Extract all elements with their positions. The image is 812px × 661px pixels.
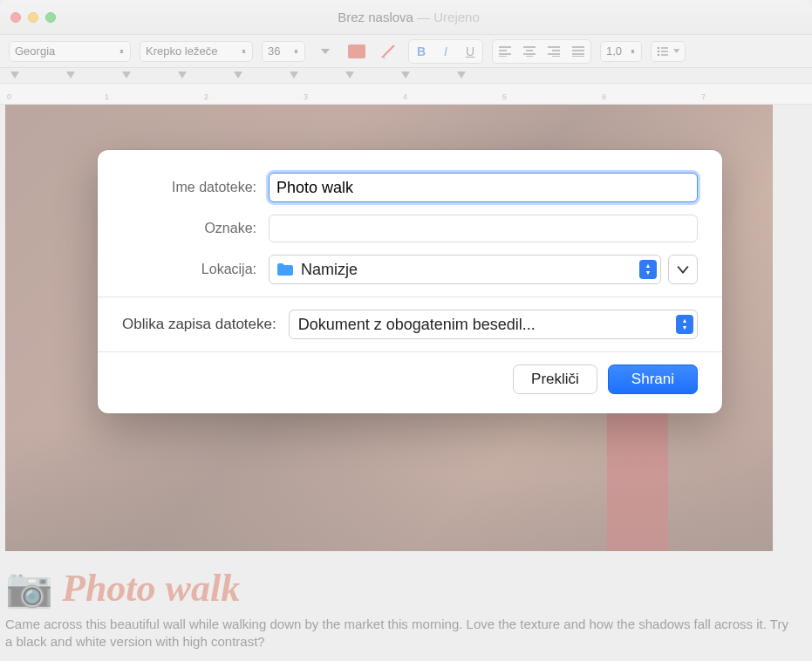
font-size-select[interactable]: 36: [262, 41, 305, 62]
filename-label: Ime datoteke:: [122, 180, 269, 195]
align-left-icon[interactable]: [494, 41, 516, 62]
tags-input[interactable]: [269, 215, 698, 242]
svg-point-0: [658, 46, 660, 49]
underline-button[interactable]: U: [459, 41, 481, 62]
ruler-number: 1: [105, 92, 109, 101]
document-heading[interactable]: Photo walk: [62, 566, 240, 610]
camera-icon: 📷: [5, 565, 53, 610]
location-label: Lokacija:: [122, 262, 269, 277]
ruler-number: 0: [7, 92, 11, 101]
close-window-icon[interactable]: [10, 12, 21, 23]
tab-stop-icon[interactable]: [234, 72, 242, 78]
svg-point-2: [658, 53, 660, 56]
tab-stop-icon[interactable]: [345, 72, 354, 78]
ruler[interactable]: 0 1 2 3 4 5 6 7: [0, 84, 812, 105]
font-family-select[interactable]: Georgia: [9, 41, 131, 62]
font-family-value: Georgia: [15, 44, 55, 58]
divider: [98, 296, 722, 297]
expand-location-button[interactable]: [668, 255, 698, 284]
align-center-icon[interactable]: [518, 41, 541, 62]
font-size-dropdown-icon[interactable]: [314, 41, 337, 62]
highlight-color-icon[interactable]: [377, 41, 399, 62]
font-style-select[interactable]: Krepko ležeče: [140, 41, 253, 62]
format-label: Oblika zapisa datoteke:: [122, 316, 289, 333]
tab-stop-icon[interactable]: [10, 72, 19, 78]
tab-stops-strip[interactable]: [0, 68, 812, 84]
text-style-group: B I U: [408, 39, 483, 64]
italic-button[interactable]: I: [434, 41, 457, 62]
tab-stop-icon[interactable]: [457, 72, 466, 78]
minimize-window-icon[interactable]: [28, 12, 38, 23]
line-spacing-value: 1,0: [606, 44, 622, 58]
font-size-value: 36: [268, 44, 280, 58]
folder-icon: [276, 262, 294, 276]
tags-label: Oznake:: [122, 221, 269, 236]
ruler-number: 4: [403, 92, 407, 101]
line-spacing-select[interactable]: 1,0: [600, 41, 642, 62]
tab-stop-icon[interactable]: [66, 72, 75, 78]
alignment-group: [492, 39, 591, 64]
maximize-window-icon[interactable]: [45, 12, 56, 23]
file-format-select[interactable]: Dokument z obogatenim besedil...: [289, 310, 698, 339]
window-controls: [10, 12, 56, 23]
tab-stop-icon[interactable]: [290, 72, 298, 78]
title-main: Brez naslova: [338, 10, 413, 24]
document-body-text[interactable]: Came across this beautiful wall while wa…: [5, 616, 795, 651]
font-style-value: Krepko ležeče: [146, 44, 217, 58]
svg-point-1: [658, 50, 660, 52]
tab-stop-icon[interactable]: [178, 72, 187, 78]
divider: [98, 351, 722, 352]
ruler-number: 5: [502, 92, 507, 101]
filename-input[interactable]: [269, 173, 698, 202]
chevron-updown-icon: [676, 315, 693, 334]
save-dialog: Ime datoteke: Oznake: Lokacija: Namizje …: [98, 150, 722, 413]
window-title: Brez naslova — Urejeno: [68, 10, 749, 24]
ruler-number: 2: [204, 92, 208, 101]
text-color-swatch[interactable]: [345, 41, 368, 62]
title-state: Urejeno: [433, 10, 480, 24]
location-value: Namizje: [301, 261, 639, 279]
tab-stop-icon[interactable]: [401, 72, 410, 78]
save-button[interactable]: Shrani: [608, 365, 698, 394]
formatting-toolbar: Georgia Krepko ležeče 36 B I U 1,0: [0, 35, 812, 68]
align-justify-icon[interactable]: [567, 41, 590, 62]
ruler-number: 3: [304, 92, 308, 101]
bold-button[interactable]: B: [410, 41, 433, 62]
document-text[interactable]: 📷 Photo walk Came across this beautiful …: [5, 558, 795, 651]
ruler-number: 7: [701, 92, 706, 101]
ruler-number: 6: [602, 92, 606, 101]
cancel-button[interactable]: Prekliči: [513, 365, 597, 394]
file-format-value: Dokument z obogatenim besedil...: [298, 316, 676, 334]
align-right-icon[interactable]: [542, 41, 565, 62]
location-select[interactable]: Namizje: [269, 255, 661, 284]
titlebar: Brez naslova — Urejeno: [0, 0, 812, 35]
tab-stop-icon[interactable]: [122, 72, 131, 78]
chevron-updown-icon: [639, 260, 657, 279]
list-style-select[interactable]: [651, 41, 686, 62]
title-sep: —: [413, 10, 433, 24]
